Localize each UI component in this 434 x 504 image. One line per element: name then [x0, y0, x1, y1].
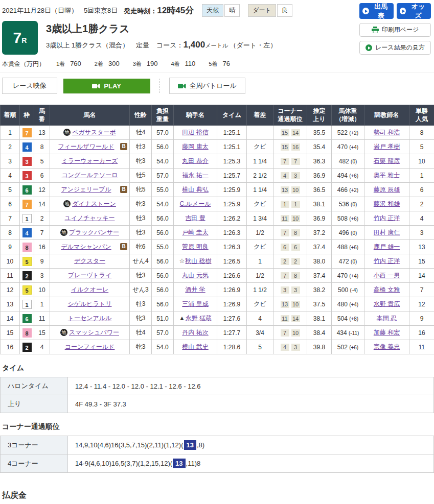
horse-name-cell: シゲルヒラトリ	[50, 297, 130, 311]
corner-order-cell: 77	[273, 154, 307, 169]
horse-weight-cell: 500 (-4)	[332, 283, 364, 297]
corner-position: 3	[291, 344, 300, 351]
win-popularity: 2	[409, 197, 434, 211]
jockey-name-link[interactable]: C.ルメール	[180, 200, 211, 207]
margin: 1 1/2	[247, 283, 273, 297]
jockey-name-link[interactable]: 丸山 元気	[182, 272, 208, 279]
jockey-name-link[interactable]: 吉田 豊	[185, 214, 205, 222]
horse-name-link[interactable]: ブラックパンサー	[69, 229, 119, 236]
trainer-name-link[interactable]: 宗像 義忠	[374, 343, 400, 350]
horse-name-link[interactable]: コングールテソーロ	[62, 172, 118, 179]
trainer-cell: 竹内 正洋	[364, 254, 409, 269]
sex-age: 牡3	[130, 211, 152, 226]
horse-weight-diff: (0)	[351, 259, 357, 265]
horse-weight-cell: 470 (+4)	[332, 269, 364, 283]
jockey-name-link[interactable]: 藤岡 康太	[182, 143, 208, 150]
jockey-name-link[interactable]: 菅原 明良	[182, 243, 208, 250]
arrow-circle-icon	[362, 8, 369, 14]
carried-weight: 56.0	[152, 226, 174, 240]
win-popularity: 12	[409, 297, 434, 311]
horse-name-link[interactable]: ユイノチャッキー	[65, 214, 115, 222]
prize-place: 1着	[56, 61, 65, 67]
results-column-header: 調教師名	[364, 105, 409, 126]
trainer-name-link[interactable]: 高橋 文雅	[374, 286, 400, 293]
horse-name-link[interactable]: デルマシャンパン	[61, 243, 111, 250]
jockey-name-link[interactable]: 酒井 学	[185, 286, 205, 293]
finish-time: 1:26.3	[217, 226, 247, 240]
trainer-name-link[interactable]: 小西 一男	[374, 272, 400, 279]
trainer-name-link[interactable]: 岩戸 孝樹	[374, 143, 400, 150]
finish-time: 1:26.2	[217, 211, 247, 226]
horse-name-link[interactable]: デクスター	[74, 257, 105, 265]
patrol-video-button[interactable]: 全周パトロール	[169, 78, 245, 94]
carried-weight: 55.0	[152, 183, 174, 197]
right-button-column: 出馬表 オッズ 印刷用ページ レース結果の見方	[359, 3, 431, 55]
corner-order-cell: 43	[273, 340, 307, 354]
corner-order-cell: 1516	[273, 140, 307, 154]
odds-button[interactable]: オッズ	[397, 3, 431, 19]
trainer-name-link[interactable]: 鹿戸 雄一	[374, 243, 400, 250]
sex-age: 牝3	[130, 154, 152, 169]
entries-button[interactable]: 出馬表	[359, 3, 394, 19]
jockey-name-link[interactable]: 横山 武史	[182, 343, 208, 350]
trainer-name-link[interactable]: 藤沢 和雄	[374, 200, 400, 207]
sex-age: 牝6	[130, 240, 152, 254]
win-popularity: 16	[409, 326, 434, 340]
trainer-name-link[interactable]: 勢司 和浩	[374, 129, 400, 136]
horse-name-link[interactable]: フィールザワールド	[58, 143, 115, 150]
corner-position: 10	[291, 186, 300, 194]
result-guide-button[interactable]: レース結果の見方	[359, 41, 431, 55]
result-row: 248Bフィールザワールド牡356.0藤岡 康太1:25.1クビ151635.4…	[1, 140, 434, 154]
horse-name-link[interactable]: ペガサスターボ	[72, 129, 116, 136]
time-row-label: 上り	[1, 395, 68, 413]
horse-name-link[interactable]: スマッシュパワー	[69, 329, 119, 336]
horse-weight-diff: (+8)	[349, 316, 358, 322]
result-row: 847地ブラックパンサー牡356.0戸崎 圭太1:26.31/27837.249…	[1, 226, 434, 240]
horse-name-cell: トーセンアルル	[50, 311, 130, 326]
trainer-name-link[interactable]: 本間 忍	[377, 315, 397, 322]
trainer-name-link[interactable]: 石栗 龍彦	[374, 157, 400, 164]
horse-weight: 500	[338, 286, 350, 294]
corner-row-value: 14,9,10(4,6)16(3,5,7,15)(2,11)(1,12)(13,…	[68, 436, 434, 454]
jockey-name-link[interactable]: 田辺 裕信	[182, 129, 208, 136]
jockey-name-link[interactable]: 福永 祐一	[182, 172, 208, 179]
horse-name-link[interactable]: トーセンアルル	[68, 315, 112, 322]
trainer-name-link[interactable]: 藤原 辰雄	[374, 186, 400, 193]
trainer-name-link[interactable]: 加藤 和宏	[374, 329, 400, 336]
trainer-name-link[interactable]: 奥平 雅士	[374, 172, 400, 179]
win-popularity: 6	[409, 183, 434, 197]
horse-number: 16	[34, 240, 50, 254]
print-page-button[interactable]: 印刷用ページ	[359, 23, 431, 37]
margin: 1/2	[247, 226, 273, 240]
win-popularity: 15	[409, 254, 434, 269]
prize-pair: 4着110	[171, 60, 195, 67]
weather-value: 晴	[224, 4, 240, 17]
finish-position: 11	[1, 269, 20, 283]
jockey-name-link[interactable]: 丸田 恭介	[182, 157, 208, 164]
play-button[interactable]: PLAY	[63, 79, 150, 93]
jockey-name-link[interactable]: 三浦 皇成	[182, 300, 208, 307]
trainer-name-link[interactable]: 竹内 正洋	[374, 257, 400, 265]
jockey-name-link[interactable]: 丹内 祐次	[182, 329, 208, 336]
jockey-name-link[interactable]: 秋山 稔樹	[185, 257, 211, 265]
last-3f-time: 35.5	[307, 126, 332, 140]
jockey-name-link[interactable]: 戸崎 圭太	[182, 229, 208, 236]
horse-name-link[interactable]: シゲルヒラトリ	[68, 300, 112, 307]
jockey-name-link[interactable]: 横山 典弘	[182, 186, 208, 193]
trainer-name-link[interactable]: 田村 康仁	[374, 229, 400, 236]
horse-name-link[interactable]: アンジェリーブル	[61, 186, 111, 193]
trainer-name-link[interactable]: 竹内 正洋	[374, 214, 400, 222]
race-video-button[interactable]: レース映像	[2, 78, 57, 94]
horse-name-link[interactable]: ブレーヴトライ	[68, 272, 112, 279]
horse-name-link[interactable]: コーンフィールド	[65, 343, 115, 350]
horse-name-link[interactable]: イルクオーレ	[71, 286, 108, 293]
jockey-name-link[interactable]: 永野 猛蔵	[186, 315, 212, 322]
finish-position: 3	[1, 154, 20, 169]
trainer-name-link[interactable]: 水野 貴広	[374, 300, 400, 307]
horse-weight-diff: (+6)	[349, 216, 358, 222]
horse-name-link[interactable]: ダイナストーン	[72, 200, 116, 207]
horse-weight-cell: 504 (+8)	[332, 311, 364, 326]
carried-weight: 56.0	[152, 140, 174, 154]
horse-name-link[interactable]: ミラーウォーカーズ	[62, 157, 118, 164]
finish-position: 8	[1, 226, 20, 240]
